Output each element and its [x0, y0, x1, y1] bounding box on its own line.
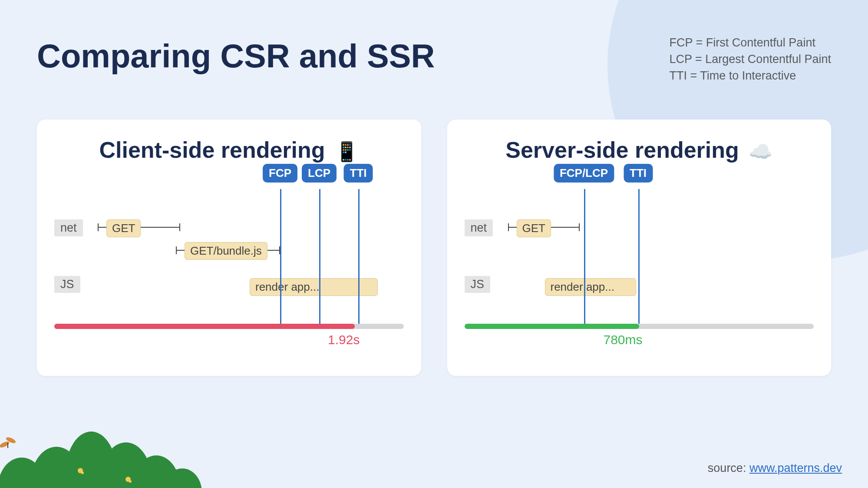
ssr-tti-marker: TTI — [638, 189, 640, 324]
foliage-decoration — [0, 414, 204, 488]
svg-point-9 — [129, 480, 132, 483]
csr-net-label: net — [54, 219, 83, 236]
legend-tti: TTI = Time to Interactive — [670, 68, 832, 84]
ssr-panel: Server-side rendering ☁️ net JS GET rend… — [447, 120, 832, 376]
ssr-timeline: net JS GET render app... FCP/LCP TTI 780… — [465, 215, 814, 345]
ssr-fcplcp-marker: FCP/LCP — [584, 189, 585, 324]
csr-lcp-marker: LCP — [319, 189, 320, 324]
ssr-progress-fill — [465, 324, 639, 329]
svg-point-7 — [81, 471, 84, 474]
csr-lcp-label: LCP — [302, 164, 337, 183]
ssr-title: Server-side rendering ☁️ — [465, 137, 814, 163]
csr-fcp-marker: FCP — [280, 189, 281, 324]
source-prefix: source: — [708, 461, 749, 475]
csr-tti-marker: TTI — [358, 189, 360, 324]
source-link[interactable]: www.patterns.dev — [749, 461, 842, 475]
source-citation: source: www.patterns.dev — [708, 461, 842, 475]
ssr-title-text: Server-side rendering — [505, 137, 739, 163]
ssr-js-label: JS — [465, 276, 491, 293]
ssr-get-task: GET — [517, 219, 551, 237]
slide-title: Comparing CSR and SSR — [37, 37, 435, 75]
phone-icon: 📱 — [335, 140, 359, 163]
svg-point-10 — [0, 440, 10, 448]
csr-title-text: Client-side rendering — [99, 137, 325, 163]
ssr-net-label: net — [465, 219, 493, 236]
ssr-time: 780ms — [604, 332, 643, 347]
csr-time: 1.92s — [328, 332, 360, 347]
csr-js-label: JS — [54, 276, 80, 293]
ssr-tti-label: TTI — [624, 164, 653, 183]
csr-fcp-label: FCP — [263, 164, 297, 183]
legend-lcp: LCP = Largest Contentful Paint — [670, 51, 832, 68]
csr-progress-fill — [54, 324, 355, 329]
csr-bundle-task: GET/bundle.js — [185, 242, 267, 260]
csr-title: Client-side rendering 📱 — [54, 137, 404, 163]
csr-get-task: GET — [106, 219, 141, 237]
ssr-render-task: render app... — [545, 278, 636, 296]
csr-progress-track — [54, 324, 404, 329]
metrics-legend: FCP = First Contentful Paint LCP = Large… — [670, 35, 832, 84]
csr-panel: Client-side rendering 📱 net JS GET GET/b… — [37, 120, 421, 376]
csr-timeline: net JS GET GET/bundle.js render app... F… — [54, 215, 404, 345]
ssr-progress-track — [465, 324, 814, 329]
cloud-icon: ☁️ — [749, 140, 772, 163]
ssr-fcplcp-label: FCP/LCP — [554, 164, 614, 183]
legend-fcp: FCP = First Contentful Paint — [670, 35, 832, 51]
csr-tti-label: TTI — [344, 164, 373, 183]
